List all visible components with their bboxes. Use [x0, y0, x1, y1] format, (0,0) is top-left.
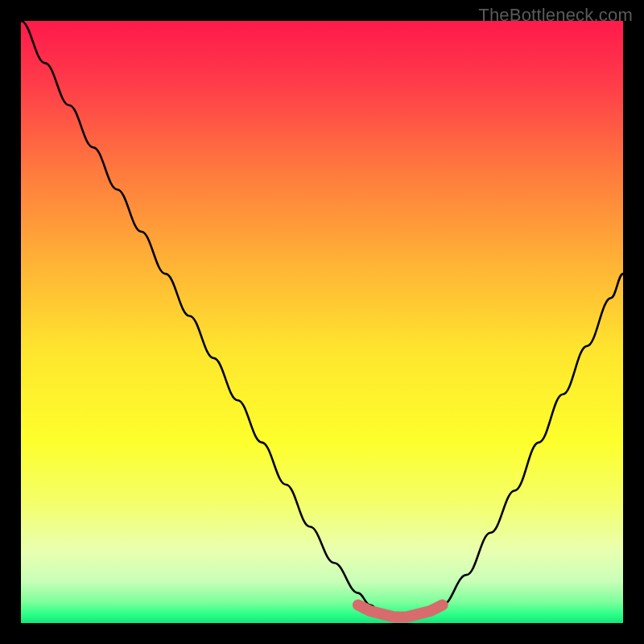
- chart-svg: [21, 21, 623, 623]
- plot-area: [21, 21, 623, 623]
- gradient-background: [21, 21, 623, 623]
- watermark-text: TheBottleneck.com: [478, 5, 633, 26]
